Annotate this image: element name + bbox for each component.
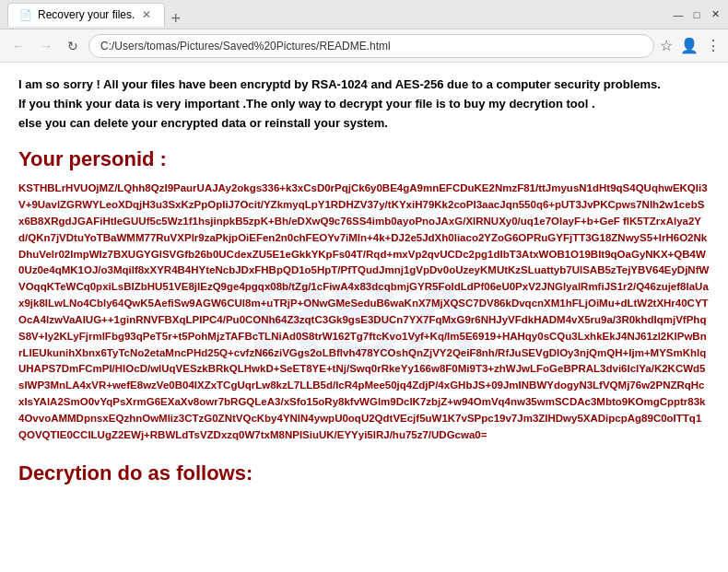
personid-title: Your personid : [18,147,710,171]
forward-button[interactable]: → [35,37,57,55]
warning-line-1: I am so sorry ! All your files have been… [18,76,710,95]
bookmark-icon[interactable]: ☆ [660,37,673,54]
decryption-title: Decrytion do as follows: [18,461,710,485]
tab-title: Recovery your files. [38,8,135,21]
active-tab[interactable]: 📄 Recovery your files. ✕ [7,3,165,27]
new-tab-button[interactable]: + [165,10,186,27]
tab-close-button[interactable]: ✕ [140,8,153,21]
page-content: RSA I am so sorry ! All your files have … [0,63,728,572]
warning-line-3: else you can delete your encrypted data … [18,114,710,134]
address-input[interactable] [88,34,654,58]
refresh-button[interactable]: ↻ [63,37,83,55]
window-controls: — □ ✕ [673,9,721,20]
close-button[interactable]: ✕ [710,9,721,20]
minimize-button[interactable]: — [673,9,684,20]
back-button[interactable]: ← [7,37,29,55]
title-bar: 📄 Recovery your files. ✕ + — □ ✕ [0,0,728,29]
warning-line-2: If you think your data is very important… [18,95,710,114]
title-bar-left: 📄 Recovery your files. ✕ + [7,3,673,27]
personid-value: KSTHBLrHVUOjMZ/LQhh8QzI9PaurUAJAy2okgs33… [18,181,710,443]
tab-strip: 📄 Recovery your files. ✕ + [7,3,673,27]
browser-window: 📄 Recovery your files. ✕ + — □ ✕ ← → ↻ ☆… [0,0,728,572]
warning-text: I am so sorry ! All your files have been… [18,76,710,133]
address-bar: ← → ↻ ☆ 👤 ⋮ [0,29,728,63]
menu-icon[interactable]: ⋮ [706,37,721,54]
address-icons: ☆ 👤 ⋮ [660,37,721,54]
maximize-button[interactable]: □ [691,9,702,20]
tab-favicon: 📄 [19,9,32,21]
account-icon[interactable]: 👤 [680,37,699,54]
content-inner: I am so sorry ! All your files have been… [18,76,710,485]
